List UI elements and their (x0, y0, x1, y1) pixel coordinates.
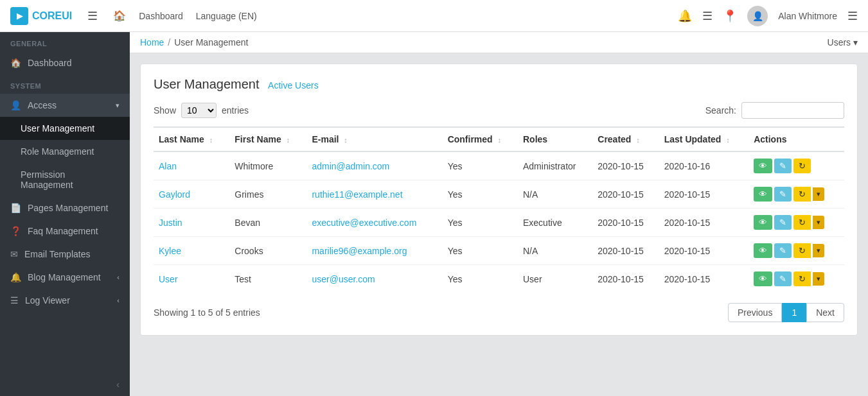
sidebar-item-role-management[interactable]: Role Management (0, 140, 130, 163)
sidebar-collapse-button[interactable]: ‹ (0, 373, 130, 396)
main-area: Home / User Management Users ▾ User Mana… (130, 32, 868, 396)
sidebar-item-permission-management[interactable]: Permission Management (0, 163, 130, 196)
log-icon: ☰ (10, 295, 19, 306)
brand-logo[interactable]: ▶ COREUI (10, 7, 72, 25)
card-title-main: User Management (154, 77, 260, 91)
sidebar-item-faq-management[interactable]: ❓ Faq Management (0, 220, 130, 243)
users-dropdown-button[interactable]: Users ▾ (828, 37, 858, 47)
cell-last-name: Justin (154, 209, 229, 237)
col-updated[interactable]: Last Updated ↕ (659, 127, 748, 151)
view-button[interactable]: 👁 (754, 159, 772, 173)
dashboard-icon: 🏠 (10, 58, 21, 68)
col-email[interactable]: E-mail ↕ (306, 127, 442, 151)
card-title: User Management Active Users (154, 77, 844, 92)
last-name-link[interactable]: Justin (159, 218, 182, 228)
email-link[interactable]: marilie96@example.org (312, 246, 407, 256)
email-link[interactable]: executive@executive.com (312, 218, 416, 228)
cell-updated: 2020-10-15 (659, 180, 748, 209)
edit-button[interactable]: ✎ (774, 159, 792, 173)
view-button[interactable]: 👁 (754, 215, 772, 230)
sync-button[interactable]: ↻ (793, 159, 811, 173)
email-link[interactable]: admin@admin.com (312, 161, 389, 171)
page-1-button[interactable]: 1 (782, 303, 806, 322)
more-actions-button[interactable]: ▾ (813, 187, 824, 201)
sidebar-label-role-management: Role Management (21, 146, 94, 157)
cell-roles: Administrator (518, 151, 592, 180)
sidebar-item-pages-management[interactable]: 📄 Pages Management (0, 196, 130, 220)
cell-email: ruthie11@example.net (306, 180, 442, 209)
cell-last-name: Alan (154, 151, 229, 180)
more-actions-button[interactable]: ▾ (813, 272, 824, 286)
sync-button[interactable]: ↻ (793, 215, 811, 230)
col-first-name[interactable]: First Name ↕ (229, 127, 306, 151)
edit-button[interactable]: ✎ (774, 187, 792, 202)
nav-language[interactable]: Language (EN) (196, 11, 257, 21)
sync-button[interactable]: ↻ (793, 187, 811, 202)
breadcrumb-bar: Home / User Management Users ▾ (130, 32, 868, 53)
sidebar-label-user-management: User Management (21, 123, 94, 133)
sort-created-icon: ↕ (636, 136, 640, 144)
sort-first-name-icon: ↕ (287, 136, 290, 144)
cell-first-name: Test (229, 265, 306, 293)
view-button[interactable]: 👁 (754, 187, 772, 202)
cell-confirmed: Yes (443, 209, 518, 237)
view-button[interactable]: 👁 (754, 271, 772, 286)
cell-last-name: Gaylord (154, 180, 229, 209)
last-name-link[interactable]: Gaylord (159, 189, 190, 200)
cell-actions: 👁 ✎ ↻ (748, 151, 844, 180)
more-actions-button[interactable]: ▾ (813, 216, 824, 229)
sidebar-section-general: GENERAL (0, 32, 130, 51)
breadcrumb-home[interactable]: Home (140, 37, 164, 47)
sidebar-item-blog-management[interactable]: 🔔 Blog Management ‹ (0, 266, 130, 289)
email-link[interactable]: ruthie11@example.net (312, 189, 402, 200)
more-actions-button[interactable]: ▾ (813, 244, 824, 257)
edit-button[interactable]: ✎ (774, 243, 792, 258)
sidebar-item-log-viewer[interactable]: ☰ Log Viewer ‹ (0, 289, 130, 312)
last-name-link[interactable]: Alan (159, 161, 177, 171)
action-buttons: 👁 ✎ ↻ ▾ (754, 243, 839, 258)
cell-last-name: User (154, 265, 229, 293)
cell-updated: 2020-10-16 (659, 151, 748, 180)
list-icon[interactable]: ☰ (702, 9, 713, 23)
blog-icon: 🔔 (10, 272, 21, 282)
action-buttons: 👁 ✎ ↻ ▾ (754, 215, 839, 230)
nav-home-icon[interactable]: 🏠 (113, 10, 126, 22)
email-link[interactable]: user@user.com (312, 274, 375, 284)
col-roles: Roles (518, 127, 592, 151)
sync-button[interactable]: ↻ (793, 243, 811, 258)
table-footer: Showing 1 to 5 of 5 entries Previous 1 N… (154, 303, 844, 322)
sync-button[interactable]: ↻ (793, 271, 811, 286)
sidebar-toggle-icon[interactable]: ☰ (87, 9, 98, 23)
cell-created: 2020-10-15 (592, 180, 659, 209)
avatar[interactable]: 👤 (747, 6, 768, 26)
last-name-link[interactable]: User (159, 274, 178, 284)
sidebar-label-blog-management: Blog Management (28, 272, 101, 282)
sidebar-section-system: SYSTEM (0, 74, 130, 94)
view-button[interactable]: 👁 (754, 243, 772, 258)
sidebar-item-user-management[interactable]: User Management (0, 117, 130, 140)
sidebar-item-email-templates[interactable]: ✉ Email Templates (0, 243, 130, 266)
email-icon: ✉ (10, 249, 18, 259)
sidebar-item-dashboard[interactable]: 🏠 Dashboard (0, 51, 130, 74)
next-button[interactable]: Next (806, 303, 844, 322)
col-created[interactable]: Created ↕ (592, 127, 659, 151)
breadcrumb-separator: / (168, 37, 170, 47)
col-confirmed[interactable]: Confirmed ↕ (443, 127, 518, 151)
search-input[interactable] (741, 102, 844, 119)
action-buttons: 👁 ✎ ↻ (754, 159, 839, 173)
breadcrumb-current: User Management (174, 37, 248, 47)
previous-button[interactable]: Previous (728, 303, 782, 322)
location-icon[interactable]: 📍 (723, 9, 737, 23)
last-name-link[interactable]: Kylee (159, 246, 181, 256)
navbar-menu-icon[interactable]: ☰ (847, 9, 858, 23)
brand-name: COREUI (32, 10, 72, 22)
cell-first-name: Bevan (229, 209, 306, 237)
sidebar-item-access[interactable]: 👤 Access ▾ (0, 94, 130, 117)
edit-button[interactable]: ✎ (774, 271, 792, 286)
edit-button[interactable]: ✎ (774, 215, 792, 230)
entries-select[interactable]: 10 25 50 (181, 103, 217, 118)
col-last-name[interactable]: Last Name ↕ (154, 127, 229, 151)
nav-dashboard[interactable]: Dashboard (139, 11, 183, 21)
notification-icon[interactable]: 🔔 (678, 9, 692, 23)
cell-actions: 👁 ✎ ↻ ▾ (748, 209, 844, 237)
